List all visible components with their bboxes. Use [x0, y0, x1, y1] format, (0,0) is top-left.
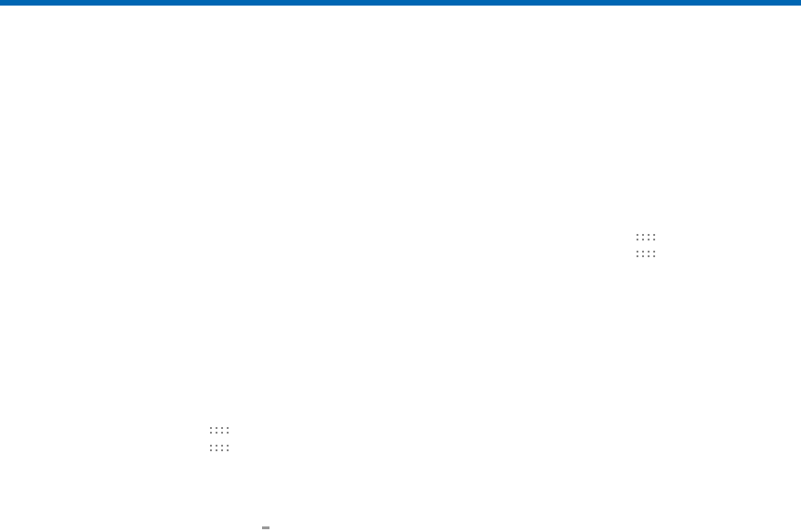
drag-handle-icon[interactable]	[637, 251, 655, 257]
separator-mark	[262, 526, 269, 529]
drag-handle-icon[interactable]	[637, 234, 655, 240]
drag-handle-icon[interactable]	[210, 427, 229, 434]
drag-handle-icon[interactable]	[210, 445, 229, 451]
top-accent-bar	[0, 0, 801, 6]
